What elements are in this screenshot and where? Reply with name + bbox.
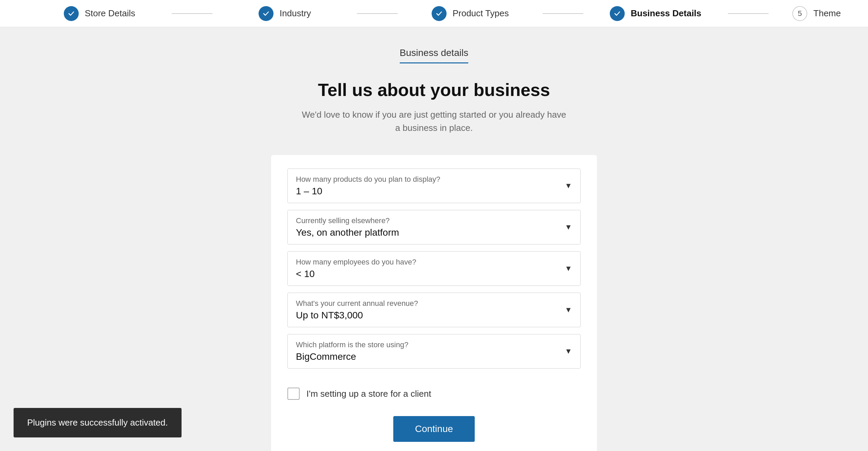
stepper-bar: Store Details Industry Product Types Bus…: [0, 0, 868, 27]
step-check-icon-product-types: [432, 6, 447, 21]
stepper-connector-1: [172, 13, 212, 14]
main-content: Business details Tell us about your busi…: [0, 27, 868, 451]
dropdown-platform[interactable]: Which platform is the store using? BigCo…: [287, 334, 581, 369]
dropdown-products-count[interactable]: How many products do you plan to display…: [287, 169, 581, 203]
chevron-down-icon-employees: ▼: [565, 264, 572, 273]
step-number-icon-theme: 5: [792, 6, 807, 21]
form-card: How many products do you plan to display…: [271, 155, 597, 451]
dropdown-value-products-count: 1 – 10: [296, 186, 322, 196]
tab-title-bar: Business details: [400, 47, 468, 63]
stepper-item-business-details[interactable]: Business Details: [583, 6, 728, 21]
stepper-item-industry[interactable]: Industry: [212, 6, 357, 21]
stepper-item-theme[interactable]: 5 Theme: [769, 6, 841, 21]
toast-notification: Plugins were successfully activated.: [14, 408, 182, 437]
continue-button[interactable]: Continue: [393, 416, 475, 442]
chevron-down-icon-products: ▼: [565, 181, 572, 190]
toast-message: Plugins were successfully activated.: [27, 417, 168, 428]
stepper-connector-2: [357, 13, 398, 14]
dropdown-selling-elsewhere[interactable]: Currently selling elsewhere? Yes, on ano…: [287, 210, 581, 244]
dropdown-value-selling-elsewhere: Yes, on another platform: [296, 227, 399, 238]
chevron-down-icon-platform: ▼: [565, 347, 572, 356]
dropdown-label-platform: Which platform is the store using?: [296, 340, 572, 349]
chevron-down-icon-selling: ▼: [565, 223, 572, 232]
checkbox-row-client[interactable]: I'm setting up a store for a client: [287, 388, 581, 400]
stepper-label-industry: Industry: [280, 8, 311, 19]
stepper-connector-3: [543, 13, 583, 14]
client-store-checkbox[interactable]: [287, 388, 300, 400]
stepper-label-business-details: Business Details: [631, 8, 701, 19]
stepper-item-product-types[interactable]: Product Types: [398, 6, 542, 21]
dropdown-label-annual-revenue: What's your current annual revenue?: [296, 299, 572, 308]
checkbox-label-client: I'm setting up a store for a client: [306, 389, 431, 399]
dropdown-label-selling-elsewhere: Currently selling elsewhere?: [296, 216, 572, 225]
dropdown-employees[interactable]: How many employees do you have? < 10 ▼: [287, 251, 581, 286]
dropdown-annual-revenue[interactable]: What's your current annual revenue? Up t…: [287, 293, 581, 327]
stepper-item-store-details[interactable]: Store Details: [27, 6, 172, 21]
stepper-label-store-details: Store Details: [85, 8, 135, 19]
dropdown-value-platform: BigCommerce: [296, 351, 356, 362]
stepper-connector-4: [728, 13, 769, 14]
step-check-icon-business-details: [610, 6, 625, 21]
page-heading: Tell us about your business: [318, 80, 550, 100]
tab-title: Business details: [400, 47, 468, 63]
stepper-label-theme: Theme: [813, 8, 841, 19]
dropdown-value-employees: < 10: [296, 269, 315, 279]
dropdown-value-annual-revenue: Up to NT$3,000: [296, 310, 363, 320]
chevron-down-icon-revenue: ▼: [565, 306, 572, 314]
step-check-icon-industry: [259, 6, 273, 21]
page-subheading: We'd love to know if you are just gettin…: [302, 108, 566, 135]
dropdown-label-products-count: How many products do you plan to display…: [296, 175, 572, 184]
dropdown-label-employees: How many employees do you have?: [296, 258, 572, 267]
step-check-icon-store-details: [64, 6, 79, 21]
stepper-label-product-types: Product Types: [453, 8, 509, 19]
